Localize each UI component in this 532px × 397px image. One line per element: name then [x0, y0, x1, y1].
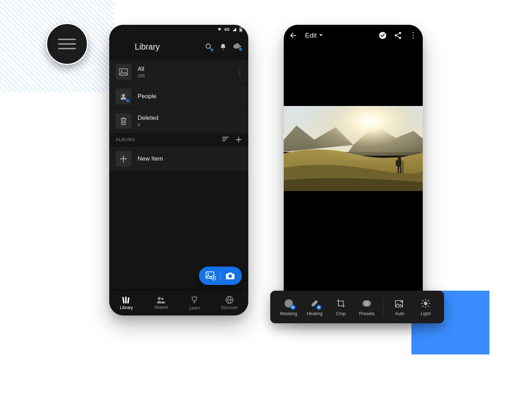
- svg-rect-47: [396, 160, 398, 166]
- image-icon: [116, 64, 131, 80]
- editor-title-text: Edit: [305, 32, 317, 39]
- svg-line-41: [397, 34, 399, 35]
- trash-icon: [116, 113, 131, 129]
- bottom-nav: Library Shared Learn Discover: [109, 290, 248, 315]
- confirm-icon[interactable]: [379, 32, 387, 39]
- fab-add-photo[interactable]: [201, 267, 220, 285]
- svg-point-58: [365, 300, 371, 307]
- library-item-all[interactable]: All 280 ⋮: [109, 60, 248, 84]
- tool-healing[interactable]: Healing: [303, 298, 327, 316]
- svg-point-21: [228, 274, 232, 278]
- tool-label: Crop: [336, 311, 346, 316]
- search-icon[interactable]: [204, 42, 214, 51]
- editor-canvas[interactable]: [284, 46, 423, 315]
- cloud-badge: [238, 47, 243, 51]
- library-item-count: 280: [138, 73, 145, 78]
- svg-point-39: [395, 34, 397, 37]
- chevron-down-icon: [319, 34, 323, 37]
- tool-presets[interactable]: Presets: [355, 298, 379, 316]
- svg-point-38: [399, 32, 401, 34]
- svg-point-3: [206, 44, 211, 49]
- svg-rect-48: [398, 167, 399, 173]
- svg-line-42: [397, 36, 399, 38]
- svg-rect-5: [120, 69, 127, 75]
- toolbar-separator: [383, 298, 383, 316]
- sort-icon[interactable]: [222, 136, 229, 143]
- editor-title[interactable]: Edit: [305, 32, 323, 39]
- svg-rect-1: [240, 27, 242, 27]
- editor-toolbar: Masking Healing Crop Presets: [270, 291, 444, 323]
- people-badge: [126, 99, 130, 103]
- library-spacer: [109, 171, 248, 290]
- fab-camera[interactable]: [221, 267, 240, 285]
- library-item-deleted[interactable]: Deleted 0: [109, 108, 248, 133]
- add-album-icon[interactable]: [235, 136, 242, 143]
- library-item-count: 0: [138, 122, 159, 127]
- svg-rect-23: [125, 297, 127, 303]
- albums-label: ALBUMS: [116, 137, 135, 142]
- svg-line-31: [196, 297, 197, 297]
- overflow-icon[interactable]: ⋮: [409, 31, 417, 40]
- tool-label: Healing: [307, 311, 322, 316]
- wifi-icon: [217, 27, 222, 32]
- library-item-title: Deleted: [138, 114, 159, 122]
- albums-header: ALBUMS: [109, 133, 248, 146]
- search-badge: [210, 48, 214, 52]
- svg-point-25: [158, 297, 161, 300]
- network-label: 4G: [224, 27, 230, 32]
- notifications-icon[interactable]: [218, 42, 228, 51]
- hamburger-menu-callout[interactable]: [46, 23, 88, 65]
- album-new-item[interactable]: New Item: [109, 146, 248, 171]
- tool-label: Auto: [395, 311, 404, 316]
- tool-label: Light: [421, 311, 431, 316]
- share-icon[interactable]: [394, 32, 401, 39]
- svg-line-67: [422, 306, 423, 307]
- tool-label: Masking: [280, 311, 297, 316]
- star-badge-icon: [290, 305, 295, 310]
- tool-label: Presets: [359, 311, 375, 316]
- svg-point-6: [121, 70, 122, 72]
- svg-rect-49: [400, 167, 401, 173]
- svg-point-17: [207, 273, 209, 275]
- battery-icon: [239, 27, 243, 32]
- nav-label: Learn: [189, 306, 200, 311]
- nav-library[interactable]: Library: [120, 296, 133, 310]
- tool-auto[interactable]: Auto: [388, 298, 412, 316]
- back-icon[interactable]: [289, 32, 297, 39]
- nav-label: Library: [120, 305, 133, 310]
- svg-line-66: [428, 306, 429, 307]
- nav-shared[interactable]: Shared: [154, 296, 168, 310]
- svg-point-56: [316, 301, 316, 302]
- tool-masking[interactable]: Masking: [277, 298, 301, 316]
- phone-editor: Edit ⋮: [284, 25, 423, 315]
- phone-library: 4G Library: [109, 25, 248, 315]
- svg-point-45: [398, 155, 401, 160]
- svg-point-55: [314, 303, 315, 303]
- status-bar: 4G: [109, 25, 248, 34]
- editor-header: Edit ⋮: [284, 25, 423, 46]
- album-new-label: New Item: [138, 155, 163, 162]
- svg-point-26: [161, 297, 164, 300]
- svg-rect-44: [284, 106, 423, 191]
- hamburger-icon: [58, 39, 76, 49]
- svg-line-68: [428, 300, 429, 301]
- library-header: Library: [109, 34, 248, 60]
- tool-crop[interactable]: Crop: [329, 298, 353, 316]
- svg-line-65: [422, 300, 423, 301]
- star-badge-icon: [316, 305, 321, 310]
- cloud-sync-icon[interactable]: [233, 42, 242, 51]
- more-icon[interactable]: ⋮: [236, 68, 243, 76]
- library-item-people[interactable]: People: [109, 84, 248, 108]
- nav-learn[interactable]: Learn: [189, 296, 200, 311]
- library-item-title: All: [138, 66, 145, 73]
- svg-rect-22: [122, 297, 124, 303]
- svg-rect-24: [127, 297, 129, 303]
- svg-point-8: [122, 94, 125, 97]
- svg-point-60: [424, 302, 427, 305]
- svg-point-40: [399, 37, 401, 39]
- tool-light[interactable]: Light: [414, 298, 438, 316]
- library-item-title: People: [138, 93, 156, 100]
- fab: [199, 267, 242, 285]
- nav-discover[interactable]: Discover: [221, 296, 238, 310]
- library-title: Library: [116, 42, 199, 52]
